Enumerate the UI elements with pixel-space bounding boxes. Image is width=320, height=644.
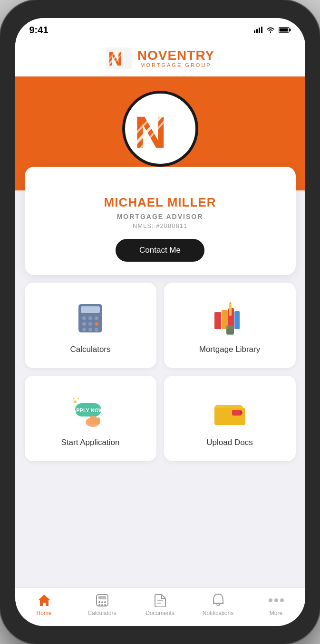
svg-rect-42 [90, 416, 94, 424]
svg-rect-43 [94, 417, 97, 424]
svg-point-23 [88, 322, 92, 326]
logo-mortgage: MORTGAGE GROUP [137, 62, 215, 68]
logo-noventry: NOVENTRY [137, 49, 215, 62]
svg-rect-33 [229, 304, 232, 316]
profile-name: MICHAEL MILLER [34, 195, 286, 210]
avatar-logo-icon: N [132, 105, 189, 152]
svg-marker-34 [229, 302, 232, 304]
svg-point-39 [78, 398, 79, 399]
svg-point-48 [240, 411, 242, 414]
nav-calculators-label: Calculators [87, 610, 116, 616]
svg-point-24 [95, 322, 98, 326]
svg-rect-32 [234, 311, 240, 329]
svg-point-52 [98, 601, 100, 603]
svg-point-57 [104, 604, 106, 606]
svg-rect-44 [97, 417, 100, 424]
svg-rect-3 [261, 27, 262, 33]
profile-nmls: NMLS: #2080811 [34, 222, 286, 229]
svg-point-54 [104, 601, 106, 603]
svg-rect-0 [254, 30, 255, 33]
grid-card-calculators[interactable]: Calculators [25, 283, 156, 368]
svg-point-61 [274, 598, 278, 602]
nav-item-notifications[interactable]: Notifications [189, 594, 247, 616]
svg-point-60 [269, 598, 272, 602]
svg-rect-5 [289, 29, 291, 31]
svg-rect-29 [214, 312, 221, 329]
calculator-icon [71, 299, 109, 337]
grid-card-upload-docs[interactable]: Upload Docs [164, 376, 296, 461]
calc-nav-icon [95, 594, 110, 607]
grid-card-mortgage-library[interactable]: Mortgage Library [164, 283, 296, 368]
phone-screen: 9:41 [15, 18, 305, 626]
wifi-icon [266, 27, 275, 33]
contact-button[interactable]: Contact Me [116, 239, 204, 262]
folder-icon [211, 392, 249, 430]
upload-docs-label: Upload Docs [206, 438, 252, 447]
svg-rect-51 [98, 596, 106, 599]
nav-notifications-label: Notifications [203, 610, 233, 616]
svg-point-19 [82, 316, 86, 320]
svg-point-53 [101, 601, 103, 603]
calculators-label: Calculators [70, 345, 110, 354]
svg-point-55 [98, 604, 100, 606]
bottom-nav: Home Calculators [15, 587, 305, 626]
phone-frame: 9:41 [0, 0, 320, 644]
app-header: N NOVENTRY MORTGAGE GROUP [15, 42, 305, 76]
svg-marker-49 [38, 595, 50, 606]
svg-rect-35 [226, 325, 234, 335]
docs-icon [153, 594, 168, 607]
svg-point-26 [88, 328, 92, 331]
nav-item-calculators[interactable]: Calculators [73, 594, 131, 616]
profile-card: MICHAEL MILLER MORTGAGE ADVISOR NMLS: #2… [25, 167, 296, 275]
svg-point-56 [101, 604, 103, 606]
nav-item-more[interactable]: More [247, 594, 305, 616]
grid-card-start-application[interactable]: APPLY NOW Start Application [25, 376, 156, 461]
profile-title: MORTGAGE ADVISOR [34, 213, 286, 220]
notch [122, 0, 198, 16]
nav-documents-label: Documents [145, 610, 175, 616]
books-icon [211, 299, 249, 337]
battery-icon [279, 27, 291, 33]
nav-item-home[interactable]: Home [15, 594, 73, 616]
svg-rect-18 [81, 306, 100, 313]
svg-point-40 [73, 398, 75, 399]
n-logo-icon: N [106, 47, 132, 69]
status-time: 9:41 [29, 25, 48, 36]
svg-point-27 [95, 328, 98, 331]
logo-container: N NOVENTRY MORTGAGE GROUP [106, 47, 215, 69]
nav-item-documents[interactable]: Documents [131, 594, 189, 616]
mortgage-library-label: Mortgage Library [199, 345, 261, 354]
svg-point-25 [82, 328, 86, 331]
status-bar: 9:41 [15, 18, 305, 42]
svg-point-62 [280, 598, 284, 602]
svg-point-20 [88, 316, 92, 320]
svg-point-38 [74, 400, 77, 403]
svg-text:APPLY NOW: APPLY NOW [73, 407, 104, 413]
home-icon [37, 594, 52, 607]
start-application-label: Start Application [61, 438, 120, 447]
bell-icon [211, 594, 226, 607]
svg-rect-1 [256, 29, 258, 33]
apply-icon: APPLY NOW [71, 392, 109, 430]
svg-rect-2 [259, 28, 260, 33]
svg-rect-6 [279, 28, 288, 32]
signal-icon [254, 27, 262, 33]
svg-point-21 [95, 316, 98, 320]
logo-text: NOVENTRY MORTGAGE GROUP [137, 49, 215, 68]
svg-point-22 [82, 322, 86, 326]
grid-section: Calculators [15, 275, 305, 469]
nav-home-label: Home [36, 610, 51, 616]
more-icon [269, 594, 284, 607]
avatar: N [122, 91, 198, 167]
nav-more-label: More [270, 610, 282, 616]
status-icons [254, 27, 291, 33]
